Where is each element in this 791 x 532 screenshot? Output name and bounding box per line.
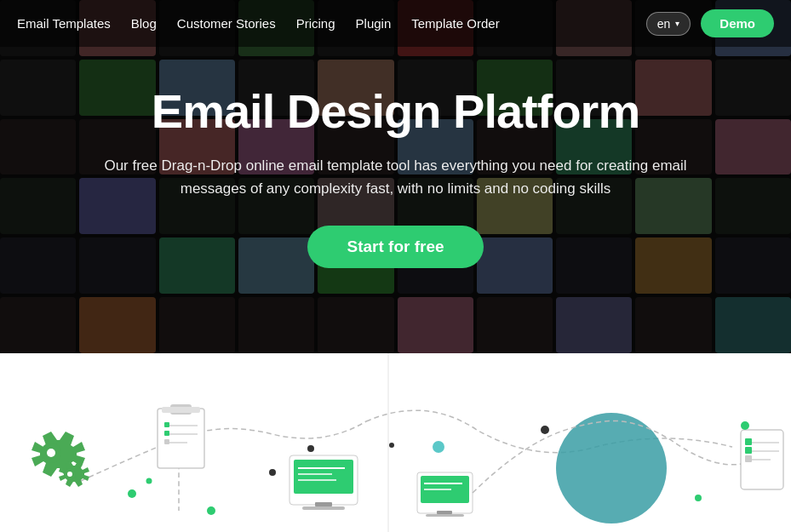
svg-rect-39 (437, 511, 452, 514)
illustration-section (0, 353, 791, 532)
svg-rect-25 (315, 502, 332, 506)
chevron-down-icon: ▾ (675, 19, 679, 28)
svg-rect-21 (294, 460, 353, 494)
hero-subtitle: Our free Drag-n-Drop online email templa… (98, 154, 694, 200)
svg-point-43 (741, 421, 749, 430)
navbar: Email Templates Blog Customer Stories Pr… (0, 0, 791, 47)
lang-label: en (657, 17, 671, 31)
svg-rect-32 (745, 438, 752, 445)
svg-rect-13 (162, 407, 200, 413)
svg-rect-11 (158, 409, 204, 468)
svg-point-9 (207, 506, 215, 515)
svg-rect-17 (164, 422, 169, 427)
svg-point-7 (146, 478, 152, 484)
svg-point-44 (695, 495, 702, 501)
svg-point-5 (67, 472, 72, 477)
svg-point-8 (269, 469, 276, 476)
svg-point-45 (389, 443, 394, 448)
demo-button[interactable]: Demo (701, 9, 774, 37)
svg-rect-26 (302, 506, 345, 510)
svg-rect-33 (745, 447, 752, 454)
svg-rect-40 (426, 514, 464, 517)
svg-rect-46 (387, 353, 389, 532)
nav-right: en ▾ Demo (646, 9, 774, 37)
nav-customer-stories[interactable]: Customer Stories (177, 16, 276, 31)
start-free-button[interactable]: Start for free (307, 226, 483, 268)
illustration-svg (0, 353, 791, 532)
nav-template-order[interactable]: Template Order (411, 16, 499, 31)
svg-rect-34 (745, 455, 752, 462)
nav-links: Email Templates Blog Customer Stories Pr… (17, 16, 646, 31)
hero-section: Email Design Platform Our free Drag-n-Dr… (0, 0, 791, 353)
hero-title: Email Design Platform (152, 85, 639, 138)
nav-email-templates[interactable]: Email Templates (17, 16, 111, 31)
language-selector[interactable]: en ▾ (646, 12, 691, 36)
svg-rect-19 (164, 439, 169, 444)
svg-point-42 (541, 426, 549, 434)
svg-point-2 (47, 449, 55, 457)
nav-plugin[interactable]: Plugin (356, 16, 392, 31)
svg-point-41 (433, 441, 444, 453)
svg-point-10 (307, 445, 314, 452)
nav-blog[interactable]: Blog (131, 16, 157, 31)
svg-point-6 (128, 489, 136, 498)
nav-pricing[interactable]: Pricing (296, 16, 335, 31)
svg-rect-18 (164, 431, 169, 436)
hero-content: Email Design Platform Our free Drag-n-Dr… (0, 0, 791, 353)
